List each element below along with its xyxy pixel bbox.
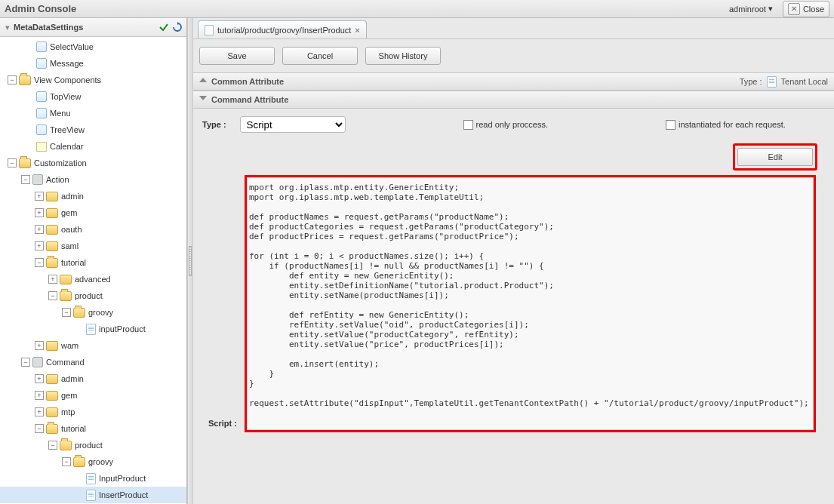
sidebar-toolbar: ▾ MetaDataSettings xyxy=(0,18,186,37)
tree-item-advanced[interactable]: +advanced xyxy=(0,271,186,287)
tree-item-message[interactable]: Message xyxy=(0,55,186,72)
edit-highlight: Edit xyxy=(733,143,817,171)
check-icon[interactable] xyxy=(158,21,170,33)
tree-item-admin[interactable]: +admin xyxy=(0,188,186,204)
minus-icon[interactable]: − xyxy=(62,457,71,466)
tree-item-cmd-inputproduct[interactable]: InputProduct xyxy=(0,470,186,487)
tree-item-gem[interactable]: +gem xyxy=(0,204,186,221)
checkbox-icon xyxy=(666,120,676,130)
checkbox-icon xyxy=(463,120,473,130)
tree-item-calendar[interactable]: Calendar xyxy=(0,138,186,155)
folder-icon xyxy=(46,258,58,268)
doc-icon xyxy=(205,25,214,35)
tree-item-command[interactable]: −Command xyxy=(0,354,186,370)
close-icon: ✕ xyxy=(788,3,800,15)
folder-icon xyxy=(46,241,58,251)
splitter[interactable] xyxy=(187,18,193,504)
section-title: Common Attribute xyxy=(211,77,284,86)
command-attribute-header[interactable]: Command Attribute xyxy=(193,91,834,109)
plus-icon[interactable]: + xyxy=(35,225,44,234)
folder-icon xyxy=(46,391,58,401)
top-header: Admin Console adminroot ▾ ✕ Close xyxy=(0,0,834,18)
doc-icon xyxy=(767,76,777,88)
tree-item-cmd-groovy[interactable]: −groovy xyxy=(0,453,186,470)
minus-icon[interactable]: − xyxy=(35,424,44,433)
minus-icon[interactable]: − xyxy=(62,308,71,317)
tree-item-cmd-admin[interactable]: +admin xyxy=(0,370,186,387)
message-icon xyxy=(36,58,47,69)
plus-icon[interactable]: + xyxy=(35,241,44,250)
tree-item-product[interactable]: −product xyxy=(0,287,186,304)
minus-icon[interactable]: − xyxy=(48,291,57,300)
tree-item-cmd-insertproduct[interactable]: InsertProduct xyxy=(0,487,186,503)
tree-item-cmd-tutorial[interactable]: −tutorial xyxy=(0,420,186,437)
tree-item-treeview[interactable]: TreeView xyxy=(0,121,186,138)
minus-icon[interactable]: − xyxy=(48,441,57,450)
script-highlight: mport org.iplass.mtp.entity.GenericEntit… xyxy=(245,175,816,432)
doc-icon xyxy=(86,473,96,484)
user-menu[interactable]: adminroot ▾ xyxy=(725,4,777,14)
plus-icon[interactable]: + xyxy=(35,374,44,383)
edit-button[interactable]: Edit xyxy=(737,148,813,166)
close-button[interactable]: ✕ Close xyxy=(783,1,829,17)
minus-icon[interactable]: − xyxy=(35,258,44,267)
doc-icon xyxy=(86,324,96,335)
minus-icon[interactable]: − xyxy=(8,75,17,85)
show-history-button[interactable]: Show History xyxy=(365,47,441,65)
plus-icon[interactable]: + xyxy=(35,192,44,201)
tree-item-selectvalue[interactable]: SelectValue xyxy=(0,38,186,55)
section-title: Command Attribute xyxy=(211,95,288,104)
tree-item-groovy[interactable]: −groovy xyxy=(0,304,186,321)
script-textarea[interactable]: mport org.iplass.mtp.entity.GenericEntit… xyxy=(247,177,814,430)
collapse-icon[interactable]: ▾ xyxy=(3,23,12,32)
tree-item-viewcomponents[interactable]: −View Components xyxy=(0,72,186,88)
common-attribute-header[interactable]: Common Attribute Type : Tenant Local xyxy=(193,72,834,91)
tree-item-cmd-mtp[interactable]: +mtp xyxy=(0,404,186,420)
plus-icon[interactable]: + xyxy=(35,391,44,400)
tree-item-wam[interactable]: +wam xyxy=(0,337,186,354)
chevron-up-icon xyxy=(199,78,207,85)
tree-item-tutorial[interactable]: −tutorial xyxy=(0,254,186,271)
tree-item-saml[interactable]: +saml xyxy=(0,238,186,254)
folder-icon xyxy=(60,275,72,284)
tree-item-oauth[interactable]: +oauth xyxy=(0,221,186,238)
action-icon xyxy=(32,174,43,185)
tab-insertproduct[interactable]: tutorial/product/groovy/InsertProduct × xyxy=(198,20,367,38)
minus-icon[interactable]: − xyxy=(21,358,30,367)
button-row: Save Cancel Show History xyxy=(193,39,834,72)
command-options-row: Type : Script read only proccess. instan… xyxy=(202,113,825,140)
readonly-checkbox[interactable]: read only proccess. xyxy=(463,120,548,130)
tree-item-menu[interactable]: Menu xyxy=(0,105,186,121)
folder-icon xyxy=(73,457,85,467)
plus-icon[interactable]: + xyxy=(35,407,44,416)
tree: SelectValue Message −View Components Top… xyxy=(0,37,186,504)
plus-icon[interactable]: + xyxy=(35,341,44,350)
tab-bar: tutorial/product/groovy/InsertProduct × xyxy=(193,18,834,39)
tree-item-inputproduct[interactable]: inputProduct xyxy=(0,321,186,337)
folder-icon xyxy=(46,407,58,417)
folder-icon xyxy=(60,441,72,450)
tab-close-icon[interactable]: × xyxy=(355,26,359,35)
instantiated-checkbox[interactable]: instantiated for each request. xyxy=(666,120,786,130)
script-area: Script : mport org.iplass.mtp.entity.Gen… xyxy=(202,175,825,438)
folder-icon xyxy=(60,291,72,301)
type-select[interactable]: Script xyxy=(240,116,346,133)
command-body: Type : Script read only proccess. instan… xyxy=(193,109,834,443)
tree-item-cmd-product[interactable]: −product xyxy=(0,437,186,453)
minus-icon[interactable]: − xyxy=(21,175,30,184)
type-indicator: Type : Tenant Local xyxy=(740,76,828,88)
folder-icon xyxy=(46,424,58,434)
cancel-button[interactable]: Cancel xyxy=(282,47,358,65)
minus-icon[interactable]: − xyxy=(8,158,17,167)
plus-icon[interactable]: + xyxy=(35,208,44,217)
tree-item-topview[interactable]: TopView xyxy=(0,88,186,105)
list-icon xyxy=(36,41,47,52)
plus-icon[interactable]: + xyxy=(48,275,57,284)
tree-item-action[interactable]: −Action xyxy=(0,171,186,188)
doc-icon xyxy=(86,490,96,501)
refresh-icon[interactable] xyxy=(171,21,183,33)
chevron-down-icon: ▾ xyxy=(768,4,773,14)
tree-item-cmd-gem[interactable]: +gem xyxy=(0,387,186,404)
tree-item-customization[interactable]: −Customization xyxy=(0,155,186,171)
save-button[interactable]: Save xyxy=(199,47,275,65)
